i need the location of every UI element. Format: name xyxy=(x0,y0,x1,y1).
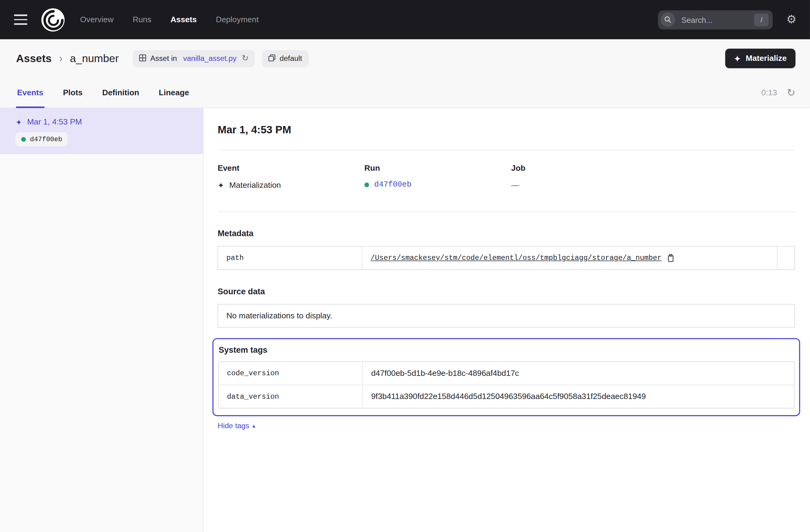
top-nav-bar: Overview Runs Assets Deployment / ⚙ xyxy=(0,0,810,39)
run-status-dot xyxy=(21,137,26,142)
table-row: code_version d47f00eb-5d1b-4e9e-b18c-489… xyxy=(219,362,794,385)
tab-lineage[interactable]: Lineage xyxy=(158,78,190,108)
metadata-key: path xyxy=(218,246,362,269)
divider xyxy=(217,211,795,212)
hide-tags-link[interactable]: Hide tags ▴ xyxy=(217,421,255,430)
run-id-link[interactable]: d47f00eb xyxy=(374,180,411,189)
source-data-empty-message: No materializations to display. xyxy=(226,311,332,321)
tab-definition[interactable]: Definition xyxy=(101,78,140,108)
event-timestamp: Mar 1, 4:53 PM xyxy=(27,117,82,127)
page-title: a_number xyxy=(70,52,119,65)
asset-group-badge[interactable]: default xyxy=(262,50,308,67)
asset-definition-badge[interactable]: Asset in vanilla_asset.py ↻ xyxy=(133,50,255,67)
tag-key: data_version xyxy=(219,385,363,408)
page-header: Assets › a_number Asset in vanilla_asset… xyxy=(0,39,810,78)
tag-key: code_version xyxy=(219,362,363,385)
row-action-cell xyxy=(777,246,794,269)
event-list-item-selected[interactable]: ✦ Mar 1, 4:53 PM d47f00eb xyxy=(0,108,203,154)
breadcrumb-assets-link[interactable]: Assets xyxy=(16,52,52,65)
tag-value: d47f00eb-5d1b-4e9e-b18c-4896af4bd17c xyxy=(363,362,794,385)
caret-up-icon: ▴ xyxy=(252,423,255,429)
job-column: Job — xyxy=(511,163,658,190)
content-area: ✦ Mar 1, 4:53 PM d47f00eb Mar 1, 4:53 PM… xyxy=(0,108,810,532)
event-detail-title: Mar 1, 4:53 PM xyxy=(217,124,795,136)
grid-icon xyxy=(139,54,146,63)
app-window: Overview Runs Assets Deployment / ⚙ Asse… xyxy=(0,0,810,532)
hamburger-menu-icon[interactable] xyxy=(14,15,27,25)
gear-icon[interactable]: ⚙ xyxy=(786,14,797,25)
materialization-sparkle-icon: ✦ xyxy=(16,118,22,126)
system-tags-heading: System tags xyxy=(218,345,794,355)
search-shortcut-hint: / xyxy=(754,13,769,26)
tab-plots[interactable]: Plots xyxy=(62,78,84,108)
job-empty-value: — xyxy=(511,180,519,190)
refresh-icon[interactable]: ↻ xyxy=(787,87,795,98)
metadata-heading: Metadata xyxy=(217,229,795,239)
search-icon xyxy=(661,13,675,27)
nav-item-deployment[interactable]: Deployment xyxy=(216,15,259,25)
materialize-button-label: Materialize xyxy=(746,54,787,63)
search-box[interactable]: / xyxy=(658,10,773,29)
system-tags-table: code_version d47f00eb-5d1b-4e9e-b18c-489… xyxy=(218,361,794,408)
tag-value: 9f3b411a390fd22e158d446d5d12504963596aa6… xyxy=(363,385,794,408)
source-data-empty-state: No materializations to display. xyxy=(217,304,795,328)
run-column: Run d47f00eb xyxy=(364,163,511,190)
sparkle-icon: ✦ xyxy=(734,54,740,62)
dagster-logo[interactable] xyxy=(41,7,65,32)
system-tags-section: System tags code_version d47f00eb-5d1b-4… xyxy=(212,338,800,416)
breadcrumb-separator: › xyxy=(59,53,62,64)
group-icon xyxy=(269,54,276,63)
asset-badge-prefix: Asset in xyxy=(150,54,179,62)
materialization-icon: ✦ xyxy=(217,181,224,189)
tab-bar: Events Plots Definition Lineage 0:13 ↻ xyxy=(0,78,810,108)
header-badges: Asset in vanilla_asset.py ↻ default xyxy=(133,50,308,67)
refresh-timer: 0:13 xyxy=(761,88,777,97)
event-type-value: Materialization xyxy=(229,180,281,190)
search-input[interactable] xyxy=(680,15,754,25)
tab-events[interactable]: Events xyxy=(16,78,45,108)
job-column-label: Job xyxy=(511,163,658,173)
asset-file-link[interactable]: vanilla_asset.py xyxy=(183,54,237,62)
top-nav-right: / ⚙ xyxy=(658,10,797,29)
table-row: path /Users/smackesey/stm/code/elementl/… xyxy=(218,246,794,269)
nav-item-overview[interactable]: Overview xyxy=(80,15,113,25)
table-row: data_version 9f3b411a390fd22e158d446d5d1… xyxy=(219,385,794,408)
copy-icon[interactable] xyxy=(667,254,674,262)
run-id-pill[interactable]: d47f00eb xyxy=(16,132,68,146)
reload-definition-icon[interactable]: ↻ xyxy=(242,54,248,62)
event-column: Event ✦ Materialization xyxy=(217,163,364,190)
nav-item-assets[interactable]: Assets xyxy=(171,15,197,25)
metadata-path-link[interactable]: /Users/smackesey/stm/code/elementl/oss/t… xyxy=(371,254,662,262)
run-id-text: d47f00eb xyxy=(30,135,62,143)
event-detail-panel: Mar 1, 4:53 PM Event ✦ Materialization R… xyxy=(204,108,810,532)
metadata-table: path /Users/smackesey/stm/code/elementl/… xyxy=(217,246,795,270)
source-data-heading: Source data xyxy=(217,287,795,296)
event-summary-columns: Event ✦ Materialization Run d47f00eb Job xyxy=(217,150,795,211)
run-status-dot xyxy=(364,182,369,187)
nav-item-runs[interactable]: Runs xyxy=(133,15,151,25)
event-list-sidebar: ✦ Mar 1, 4:53 PM d47f00eb xyxy=(0,108,204,532)
hide-tags-label: Hide tags xyxy=(217,421,249,430)
primary-nav: Overview Runs Assets Deployment xyxy=(80,15,259,25)
group-badge-label: default xyxy=(280,54,302,62)
materialize-button[interactable]: ✦ Materialize xyxy=(725,49,796,68)
run-column-label: Run xyxy=(364,163,511,173)
event-column-label: Event xyxy=(217,163,364,173)
